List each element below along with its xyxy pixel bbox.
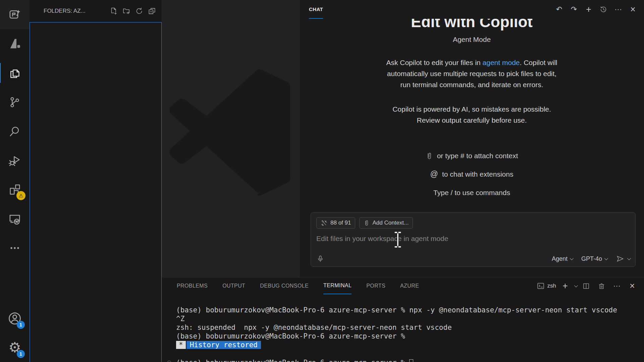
activity-item-copilot-edits[interactable] xyxy=(0,0,30,29)
shell-label: zsh xyxy=(547,283,556,289)
add-context-label: Add Context... xyxy=(372,220,409,226)
terminal-history-restored-line: *History restored xyxy=(162,341,644,349)
activity-item-explorer[interactable] xyxy=(0,58,30,87)
mode-label: Agent xyxy=(552,255,568,262)
terminal-cursor xyxy=(409,359,413,362)
paragraph-text: automatically use multiple requests to p… xyxy=(387,70,556,77)
run-debug-icon xyxy=(8,154,21,167)
activity-bar: ⚠ 1 ⚙ 1 xyxy=(0,0,30,362)
collapse-folders-button[interactable] xyxy=(146,5,158,17)
undo-button[interactable]: ↶ xyxy=(553,3,566,16)
refresh-button[interactable] xyxy=(133,5,146,17)
editor-area[interactable] xyxy=(162,0,299,277)
copilot-edits-icon xyxy=(8,8,21,21)
activity-item-source-control[interactable] xyxy=(0,87,30,117)
send-options-chevron[interactable] xyxy=(627,256,631,260)
chat-hints: or type # to attach context @ to chat wi… xyxy=(300,146,644,202)
tools-count-label: 88 of 91 xyxy=(330,220,351,226)
panel-close-button[interactable]: × xyxy=(626,280,639,292)
activity-item-run-debug[interactable] xyxy=(0,146,30,175)
agent-mode-link[interactable]: agent mode xyxy=(483,59,520,66)
new-folder-button[interactable] xyxy=(120,5,133,17)
sidebar-header: FOLDERS: AZ... xyxy=(30,0,162,22)
vscode-watermark-logo xyxy=(167,69,294,196)
explorer-icon xyxy=(8,66,21,80)
chat-welcome: Edit with Copilot Agent Mode Ask Copilot… xyxy=(300,19,644,202)
chat-panel: CHAT ↶ ↷ + ··· × Edit with Copilot Agent… xyxy=(299,0,644,277)
new-file-button[interactable] xyxy=(107,5,120,17)
tab-chat[interactable]: CHAT xyxy=(309,0,323,19)
chat-input-box[interactable]: 88 of 91 Add Context... Edit files in yo… xyxy=(311,212,636,267)
extensions-warning-badge: ⚠ xyxy=(16,191,25,200)
paragraph-text: Copilot is powered by AI, so mistakes ar… xyxy=(392,105,551,113)
hint-chat-extensions: @ to chat with extensions xyxy=(300,165,644,183)
model-label: GPT-4o xyxy=(581,255,602,262)
search-icon xyxy=(8,125,21,138)
paragraph-text: run terminal commands, and iterate on er… xyxy=(400,81,543,88)
send-button[interactable] xyxy=(616,254,630,263)
hint-text: to chat with extensions xyxy=(442,170,513,178)
chat-text-input[interactable]: Edit files in your workspace in agent mo… xyxy=(316,235,630,243)
chat-title-clipped: Edit with Copilot xyxy=(300,19,644,31)
tab-ports[interactable]: PORTS xyxy=(366,278,385,294)
split-terminal-button[interactable] xyxy=(580,280,592,292)
activity-item-remote-explorer[interactable] xyxy=(0,204,30,233)
tab-problems[interactable]: PROBLEMS xyxy=(177,278,208,294)
tab-output[interactable]: OUTPUT xyxy=(222,278,245,294)
sidebar-title: FOLDERS: AZ... xyxy=(44,8,107,14)
chat-title-text: Edit with Copilot xyxy=(300,19,644,31)
activity-item-more[interactable] xyxy=(0,233,30,262)
redo-button[interactable]: ↷ xyxy=(568,3,580,16)
model-dropdown[interactable]: GPT-4o xyxy=(581,255,607,262)
panel-tabs: PROBLEMS OUTPUT DEBUG CONSOLE TERMINAL P… xyxy=(162,278,644,294)
chevron-down-icon xyxy=(604,256,608,260)
activity-item-extensions[interactable]: ⚠ xyxy=(0,175,30,204)
extension-logo-icon xyxy=(8,37,21,51)
hint-attach-context: or type # to attach context xyxy=(300,146,644,165)
mic-button[interactable] xyxy=(316,254,324,263)
tab-azure[interactable]: AZURE xyxy=(400,278,419,294)
terminal-output[interactable]: (base) boburumurzokov@MacBook-Pro-6 azur… xyxy=(162,306,644,362)
folders-tree-area[interactable] xyxy=(30,22,162,362)
chat-more-button[interactable]: ··· xyxy=(612,3,625,16)
tab-terminal[interactable]: TERMINAL xyxy=(323,278,352,294)
paperclip-icon xyxy=(426,152,433,160)
chat-close-button[interactable]: × xyxy=(627,3,639,16)
hint-commands: Type / to use commands xyxy=(300,183,644,202)
new-terminal-dropdown-chevron[interactable] xyxy=(574,284,578,287)
bottom-panel: PROBLEMS OUTPUT DEBUG CONSOLE TERMINAL P… xyxy=(162,277,644,362)
chat-paragraph-1: Ask Copilot to edit your files in agent … xyxy=(300,57,644,90)
paragraph-text: Ask Copilot to edit your files in xyxy=(386,59,482,66)
terminal-line: (base) boburumurzokov@MacBook-Pro-6 azur… xyxy=(162,306,644,314)
activity-item-search[interactable] xyxy=(0,117,30,146)
terminal-line: (base) boburumurzokov@MacBook-Pro-6 azur… xyxy=(176,359,405,362)
new-chat-button[interactable]: + xyxy=(582,3,595,16)
chat-history-button[interactable] xyxy=(597,3,610,16)
tab-debug-console[interactable]: DEBUG CONSOLE xyxy=(260,278,309,294)
shell-selector[interactable]: zsh xyxy=(537,282,556,290)
active-indicator xyxy=(0,63,1,83)
paragraph-text: . Copilot will xyxy=(520,59,557,66)
new-terminal-button[interactable]: + xyxy=(559,280,572,292)
chat-paragraph-2: Copilot is powered by AI, so mistakes ar… xyxy=(300,104,644,126)
hint-text: or type # to attach context xyxy=(437,152,518,160)
paragraph-text: Review output carefully before use. xyxy=(417,116,527,124)
settings-badge: 1 xyxy=(17,350,25,358)
panel-more-button[interactable]: ··· xyxy=(610,280,623,292)
more-icon xyxy=(8,241,21,255)
add-context-pill[interactable]: Add Context... xyxy=(359,217,413,229)
mode-dropdown[interactable]: Agent xyxy=(552,255,573,262)
activity-item-extension-logo[interactable] xyxy=(0,29,30,58)
activity-item-settings[interactable]: ⚙ 1 xyxy=(0,333,30,362)
history-star: * xyxy=(176,341,186,349)
kill-terminal-button[interactable] xyxy=(595,280,608,292)
activity-item-accounts[interactable]: 1 xyxy=(0,304,30,333)
tools-count-pill[interactable]: 88 of 91 xyxy=(316,217,355,229)
hint-text: Type / to use commands xyxy=(433,189,510,197)
remote-explorer-icon xyxy=(8,212,21,226)
terminal-line: zsh: suspended npx -y @neondatabase/mcp-… xyxy=(162,323,644,332)
sidebar-folders: FOLDERS: AZ... xyxy=(30,0,162,362)
history-restored-badge: History restored xyxy=(186,341,261,349)
accounts-badge: 1 xyxy=(17,321,25,329)
terminal-line: (base) boburumurzokov@MacBook-Pro-6 azur… xyxy=(162,332,644,341)
